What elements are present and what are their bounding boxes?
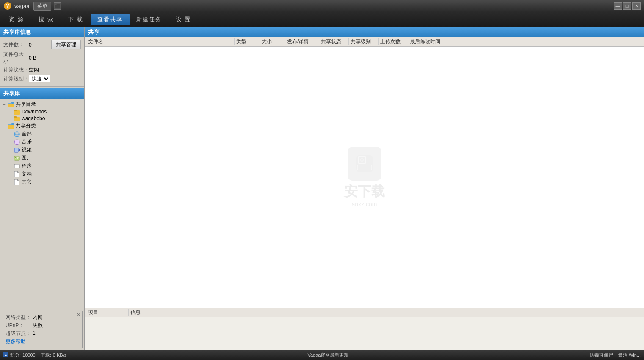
tree-doc[interactable]: 文档 xyxy=(2,170,83,178)
tab-download[interactable]: 下 载 xyxy=(61,14,91,25)
tab-resources[interactable]: 资 源 xyxy=(2,14,31,25)
svg-marker-18 xyxy=(18,149,20,151)
restore-icon: ⬛ xyxy=(54,2,61,10)
calc-level-row: 计算级别： 快速 普通 慢 xyxy=(3,75,81,82)
collapse-icon2[interactable]: − xyxy=(2,124,7,129)
tree-other[interactable]: 其它 xyxy=(2,178,83,186)
tree-all[interactable]: 全部 xyxy=(2,130,83,138)
site-item: Vagaa官网最新更新 xyxy=(307,352,348,358)
svg-rect-10 xyxy=(8,125,14,129)
maximize-button[interactable]: □ xyxy=(623,2,631,10)
share-lib-title: 共享库 xyxy=(0,88,84,99)
image-label: 图片 xyxy=(22,154,32,162)
total-size-row: 文件总大小： 0 B xyxy=(3,51,81,65)
spacer-icon xyxy=(8,109,13,114)
score-label: 积分: xyxy=(10,352,21,358)
tree-image[interactable]: 图片 xyxy=(2,154,83,162)
activate-label: 激活 Win... xyxy=(618,352,641,358)
table-header: 文件名 类型 大小 发布/详情 共享状态 共享级别 上传次数 最后修改时间 xyxy=(85,37,644,47)
tree-downloads[interactable]: Downloads xyxy=(2,108,83,115)
menu-button[interactable]: 菜单 xyxy=(33,2,51,11)
download-item: 下载: 0 KB/s xyxy=(41,352,66,358)
svg-rect-6 xyxy=(14,110,17,111)
upnp-row: UPnP： 失败 xyxy=(6,322,79,329)
tree-share-dir-root: − 共享目录 xyxy=(2,100,83,108)
tree-video[interactable]: 视频 xyxy=(2,146,83,154)
super-node-row: 超级节点： 1 xyxy=(6,330,79,337)
score-icon: ■ xyxy=(3,352,8,357)
net-type-row: 网络类型： 内网 xyxy=(6,314,79,321)
video-label: 视频 xyxy=(22,146,32,154)
sidebar: 共享库信息 文件数： 0 共享管理 文件总大小： 0 B 计算状态： 空闲 计算… xyxy=(0,27,85,350)
share-dir-label: 共享目录 xyxy=(16,101,36,108)
close-network-box-button[interactable]: ✕ xyxy=(77,312,80,318)
svg-rect-8 xyxy=(14,116,17,118)
doc-label: 文档 xyxy=(22,170,32,178)
other-label: 其它 xyxy=(22,179,32,186)
minimize-button[interactable]: — xyxy=(614,2,622,10)
col-size: 大小 xyxy=(260,38,285,45)
music-label: 音乐 xyxy=(22,138,32,146)
all-label: 全部 xyxy=(22,130,32,137)
calc-level-select[interactable]: 快速 普通 慢 xyxy=(29,75,50,82)
svg-marker-25 xyxy=(18,179,19,181)
program-label: 程序 xyxy=(22,162,32,170)
col-modified-time: 最后修改时间 xyxy=(408,38,459,45)
download-value: 0 KB/s xyxy=(53,352,66,357)
more-help-link[interactable]: 更多帮助 xyxy=(6,338,26,344)
anti-virus-item: 防毒轻僵尸 xyxy=(590,352,613,358)
collapse-icon[interactable]: − xyxy=(2,102,7,107)
bottom-panel-header: 项目 信息 xyxy=(85,308,644,317)
tree-music[interactable]: ♪ 音乐 xyxy=(2,138,83,146)
doc-icon xyxy=(14,171,20,177)
calc-state-label: 计算状态： xyxy=(3,66,29,74)
tab-settings[interactable]: 设 置 xyxy=(169,14,198,25)
globe-icon xyxy=(14,131,20,137)
upnp-label: UPnP： xyxy=(6,322,33,329)
status-bar: ■ 积分: 10000 下载: 0 KB/s Vagaa官网最新更新 防毒轻僵尸… xyxy=(0,350,644,360)
app-icon: V xyxy=(3,2,12,10)
svg-rect-30 xyxy=(357,165,372,170)
total-size-label: 文件总大小： xyxy=(3,51,29,65)
watermark: 安下载 anxz.com xyxy=(344,147,385,208)
window-controls: — □ ✕ xyxy=(614,2,641,10)
svg-text:♪: ♪ xyxy=(16,141,18,145)
nav-bar: 资 源 搜 索 下 载 查看共享 新建任务 设 置 xyxy=(0,12,644,27)
file-count-value: 0 xyxy=(29,42,32,48)
col-share-status: 共享状态 xyxy=(319,38,349,45)
svg-text:V: V xyxy=(6,4,9,8)
col-type: 类型 xyxy=(235,38,260,45)
wagabobo-label: wagabobo xyxy=(22,115,45,121)
calc-state-value: 空闲 xyxy=(29,66,39,74)
folder-group-icon xyxy=(8,102,14,107)
file-count-row: 文件数： 0 共享管理 xyxy=(3,40,81,49)
folder-icon2 xyxy=(14,115,20,121)
tree-view: − 共享目录 Downloads xyxy=(0,99,84,309)
svg-rect-21 xyxy=(14,164,19,168)
watermark-sub: anxz.com xyxy=(352,201,377,208)
share-info-title: 共享库信息 xyxy=(0,27,84,37)
other-icon xyxy=(14,179,20,185)
watermark-icon xyxy=(348,147,381,181)
tree-share-category-root: − 共享分类 xyxy=(2,122,83,130)
calc-level-label: 计算级别： xyxy=(3,75,29,82)
tree-wagabobo[interactable]: wagabobo xyxy=(2,115,83,122)
tab-view-share[interactable]: 查看共享 xyxy=(91,14,130,25)
col-upload-count: 上传次数 xyxy=(379,38,408,45)
super-node-label: 超级节点： xyxy=(6,330,33,337)
svg-point-29 xyxy=(361,159,363,161)
tree-program[interactable]: 程序 xyxy=(2,162,83,170)
site-label: Vagaa官网最新更新 xyxy=(307,352,348,358)
download-label: 下载: xyxy=(41,352,51,358)
svg-rect-17 xyxy=(14,148,18,152)
table-body: 安下载 anxz.com xyxy=(85,47,644,308)
watermark-text: 安下载 xyxy=(344,182,385,201)
svg-marker-23 xyxy=(18,171,19,173)
tab-search[interactable]: 搜 索 xyxy=(31,14,61,25)
tab-new-task[interactable]: 新建任务 xyxy=(130,14,169,25)
svg-point-20 xyxy=(15,157,17,158)
share-manage-button[interactable]: 共享管理 xyxy=(51,40,81,49)
anti-virus-label: 防毒轻僵尸 xyxy=(590,352,613,358)
close-button[interactable]: ✕ xyxy=(632,2,641,10)
image-icon xyxy=(14,155,20,161)
